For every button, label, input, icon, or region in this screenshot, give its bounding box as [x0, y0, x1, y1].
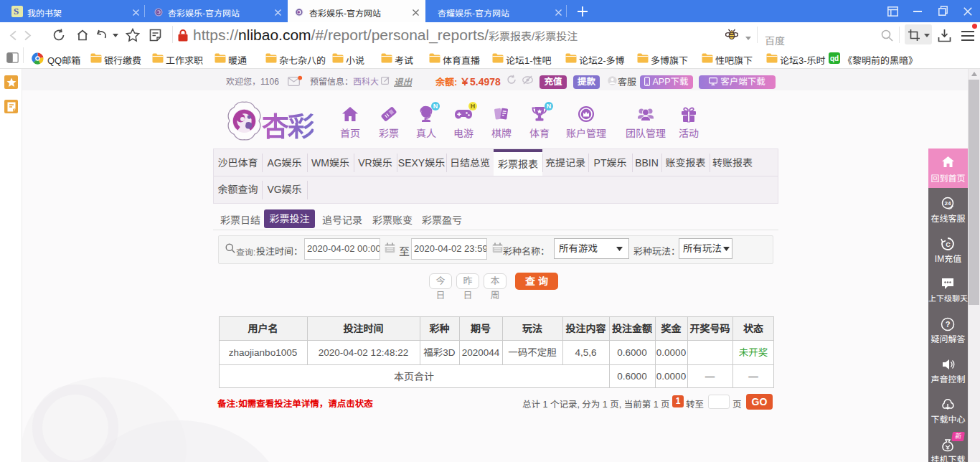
svg-text:C: C	[946, 241, 951, 248]
svg-text:24: 24	[945, 200, 951, 207]
svg-text:qd: qd	[830, 55, 839, 62]
svg-text:?: ?	[946, 320, 951, 329]
